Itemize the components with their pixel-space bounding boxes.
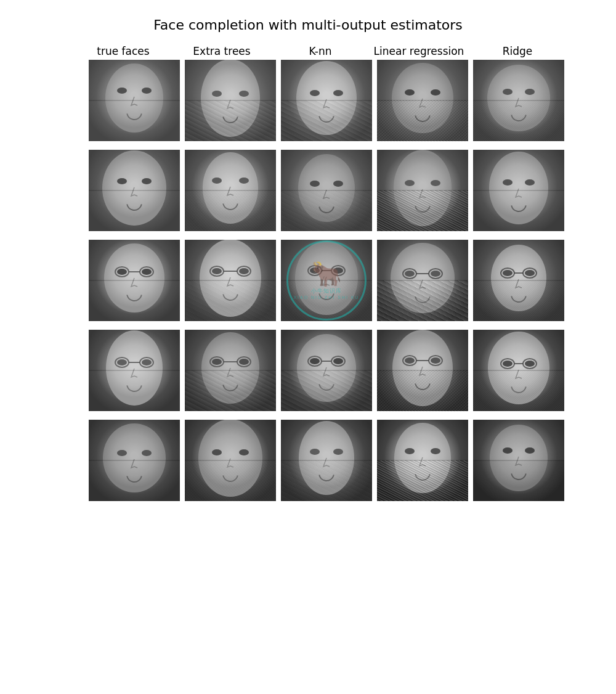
face-image: [473, 150, 564, 231]
face-row: [89, 150, 564, 231]
face-image: [185, 240, 276, 321]
face-grid: 🐂 小牛知识库 XIAO NIU ZHI SHI KU: [89, 60, 564, 501]
face-image: [185, 420, 276, 501]
face-image: [281, 240, 372, 321]
face-image: [185, 330, 276, 411]
face-image: [377, 330, 468, 411]
page-title: Face completion with multi-output estima…: [0, 0, 616, 45]
face-image: [377, 150, 468, 231]
col-header-ridge: Ridge: [468, 45, 567, 57]
face-row: 🐂 小牛知识库 XIAO NIU ZHI SHI KU: [89, 240, 564, 321]
face-row: [89, 420, 564, 501]
face-image: [377, 240, 468, 321]
face-row: [89, 60, 564, 141]
face-image: [281, 330, 372, 411]
col-header-linear: Linear regression: [370, 45, 468, 57]
face-image: [185, 60, 276, 141]
face-image: [89, 420, 180, 501]
face-image: [473, 240, 564, 321]
page-container: Face completion with multi-output estima…: [0, 0, 616, 694]
face-image: [473, 60, 564, 141]
face-image: [473, 330, 564, 411]
face-image: [473, 420, 564, 501]
face-image: [281, 60, 372, 141]
col-header-extra: Extra trees: [172, 45, 271, 57]
face-image: [89, 330, 180, 411]
col-header-knn: K-nn: [271, 45, 370, 57]
column-headers: true faces Extra trees K-nn Linear regre…: [74, 45, 579, 57]
face-image: [281, 150, 372, 231]
face-image: [377, 60, 468, 141]
face-image: [89, 60, 180, 141]
face-image: [281, 420, 372, 501]
col-header-true: true faces: [74, 45, 172, 57]
face-image: [89, 150, 180, 231]
face-image: [377, 420, 468, 501]
face-row: [89, 330, 564, 411]
grid-section: true faces Extra trees K-nn Linear regre…: [0, 45, 616, 501]
face-image: [89, 240, 180, 321]
face-image: [185, 150, 276, 231]
